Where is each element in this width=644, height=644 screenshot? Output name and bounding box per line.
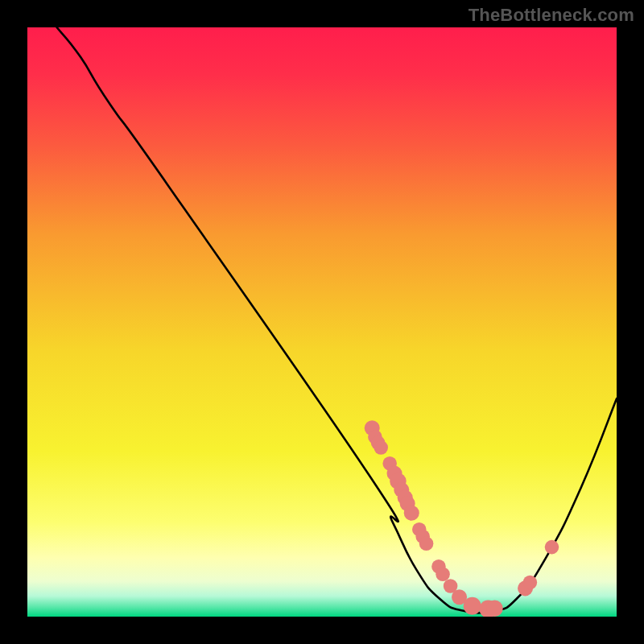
- gradient-rect: [27, 27, 617, 617]
- curve-marker: [419, 536, 434, 551]
- plot-area: [27, 27, 617, 617]
- curve-marker: [486, 601, 503, 617]
- curve-marker: [404, 506, 419, 521]
- curve-marker: [464, 597, 481, 615]
- watermark-text: TheBottleneck.com: [469, 5, 634, 26]
- curve-marker: [436, 568, 450, 582]
- plot-svg: [27, 27, 617, 617]
- curve-marker: [374, 440, 388, 455]
- curve-marker: [523, 576, 538, 590]
- chart-frame: TheBottleneck.com: [0, 0, 644, 644]
- curve-marker: [545, 540, 559, 555]
